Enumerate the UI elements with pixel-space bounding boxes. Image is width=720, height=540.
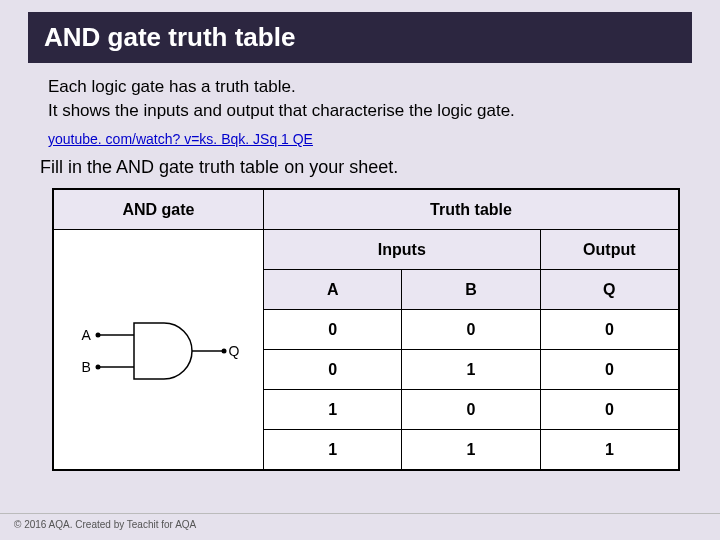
cell-b: 0 xyxy=(402,310,540,350)
cell-a: 1 xyxy=(264,390,402,430)
col-a: A xyxy=(264,270,402,310)
slide-title: AND gate truth table xyxy=(28,12,692,63)
col-b: B xyxy=(402,270,540,310)
truth-table: AND gate Truth table A B Q xyxy=(53,189,679,470)
gate-input-a-label: A xyxy=(82,327,91,343)
truth-table-container: AND gate Truth table A B Q xyxy=(52,188,680,471)
svg-point-5 xyxy=(221,348,226,353)
cell-q: 0 xyxy=(540,390,678,430)
divider xyxy=(0,513,720,514)
cell-a: 0 xyxy=(264,310,402,350)
intro-line-2: It shows the inputs and output that char… xyxy=(48,101,672,121)
cell-a: 1 xyxy=(264,430,402,470)
gate-output-q-label: Q xyxy=(229,343,240,359)
and-gate-diagram: A B Q xyxy=(74,305,244,395)
gate-header: AND gate xyxy=(54,190,264,230)
instruction-text: Fill in the AND gate truth table on your… xyxy=(40,157,720,178)
copyright-footer: © 2016 AQA. Created by Teachit for AQA xyxy=(14,519,196,530)
cell-q: 1 xyxy=(540,430,678,470)
gate-input-b-label: B xyxy=(82,359,91,375)
inputs-header: Inputs xyxy=(264,230,541,270)
cell-a: 0 xyxy=(264,350,402,390)
svg-point-2 xyxy=(95,332,100,337)
intro-line-1: Each logic gate has a truth table. xyxy=(48,77,672,97)
and-gate-icon xyxy=(74,305,244,395)
cell-b: 1 xyxy=(402,350,540,390)
cell-q: 0 xyxy=(540,310,678,350)
cell-b: 0 xyxy=(402,390,540,430)
cell-q: 0 xyxy=(540,350,678,390)
youtube-link[interactable]: youtube. com/watch? v=ks. Bqk. JSq 1 QE xyxy=(48,131,313,147)
truth-header: Truth table xyxy=(264,190,679,230)
gate-diagram-cell: A B Q xyxy=(54,230,264,470)
col-q: Q xyxy=(540,270,678,310)
output-header: Output xyxy=(540,230,678,270)
svg-point-3 xyxy=(95,364,100,369)
intro-block: Each logic gate has a truth table. It sh… xyxy=(0,63,720,157)
cell-b: 1 xyxy=(402,430,540,470)
